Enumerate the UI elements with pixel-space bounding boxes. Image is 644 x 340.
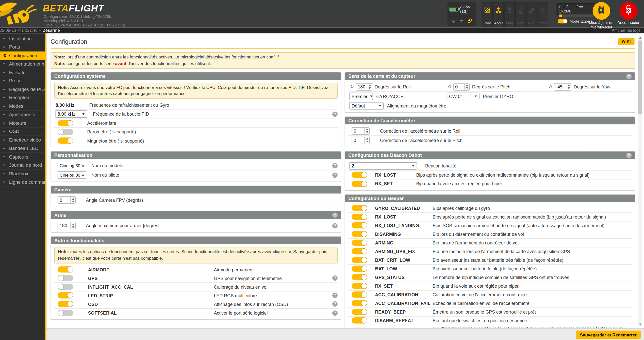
help-icon[interactable]: ?	[332, 212, 338, 218]
beeper-toggle[interactable]	[352, 266, 367, 272]
beeper-toggle[interactable]	[352, 222, 367, 228]
help-icon[interactable]: ?	[332, 223, 338, 228]
pilot-name-input[interactable]	[58, 171, 86, 179]
mag-align-select[interactable]: Défaut	[349, 102, 384, 109]
arming-angle-input[interactable]: 180	[58, 222, 76, 229]
help-icon[interactable]: ?	[332, 301, 338, 307]
disconnect-button[interactable]: Déconnecter	[616, 2, 641, 25]
spinner-arrows[interactable]	[566, 83, 571, 90]
acc-trim-roll-input[interactable]: 0	[352, 127, 370, 134]
first-gyro-select[interactable]: CW 0°	[447, 92, 480, 100]
sidebar-item[interactable]: Moteurs	[0, 119, 45, 127]
sidebar-item[interactable]: Alimentation et batterie	[0, 60, 45, 68]
pid-frequency-select[interactable]: 8.00 kHz	[55, 110, 87, 118]
beeper-toggle[interactable]	[352, 317, 367, 323]
system-toggle-row: Magnétomètre ( si supporté)	[54, 136, 338, 145]
beeper-name: ACC_CALIBRATION	[375, 292, 433, 297]
help-icon[interactable]: ?	[332, 275, 338, 281]
sidebar-item[interactable]: Installation	[0, 35, 45, 43]
beeper-toggle[interactable]	[352, 309, 367, 315]
spinner-arrows[interactable]	[364, 127, 369, 134]
arming-panel: Armé? 180 Angle maximum pour armer [degr…	[51, 211, 341, 233]
sidebar-item[interactable]: Preset	[0, 77, 45, 85]
sidebar-item[interactable]: Blackbox	[0, 169, 45, 178]
scroll-up-arrow-icon[interactable]	[638, 35, 642, 39]
cpu-chip-icon	[596, 5, 606, 17]
help-icon[interactable]: ?	[626, 152, 632, 158]
wiki-button[interactable]: WIKI	[618, 38, 635, 45]
sidebar-item-icon	[3, 121, 7, 125]
sidebar-item[interactable]: Journal de bord	[0, 161, 45, 169]
feature-toggle[interactable]	[58, 301, 73, 307]
beeper-toggle[interactable]	[352, 248, 367, 254]
sidebar-item[interactable]: Bandeau LED	[0, 144, 45, 153]
beeper-toggle[interactable]	[352, 240, 367, 246]
beeper-row: GPS_STATUS Le nombre de bip indique comb…	[348, 273, 632, 282]
help-icon[interactable]: ?	[332, 293, 338, 298]
scroll-down-arrow-icon[interactable]	[638, 322, 642, 326]
feature-toggle[interactable]	[58, 292, 73, 298]
beeper-name: RX_LOST_LANDING	[375, 223, 433, 228]
beeper-toggle[interactable]	[352, 274, 367, 280]
beeper-toggle[interactable]	[352, 214, 367, 220]
sidebar-item[interactable]: Émetteur vidéo	[0, 136, 45, 144]
sidebar-item[interactable]: Récepteur	[0, 94, 45, 102]
spinner-arrows[interactable]	[464, 83, 469, 90]
scrollbar-thumb[interactable]	[638, 40, 642, 115]
help-icon[interactable]: ?	[332, 172, 338, 178]
mag-align-row: Défaut Alignement du magnétomètre	[348, 101, 632, 110]
spinner-arrows[interactable]	[367, 83, 372, 90]
feature-toggle[interactable]	[58, 120, 73, 126]
chevron-down-icon	[412, 165, 415, 166]
beeper-row: ARMING_GPS_FIX Bip une mélodie lors de l…	[348, 247, 632, 256]
help-icon[interactable]: ?	[332, 111, 338, 117]
save-reboot-button[interactable]: Sauvegarder et Redémarrer	[576, 331, 641, 339]
feature-toggle[interactable]	[58, 266, 73, 272]
vertical-scrollbar[interactable]	[638, 35, 642, 326]
beeper-toggle[interactable]	[352, 283, 367, 289]
beacon-toggle[interactable]	[352, 172, 367, 178]
help-icon[interactable]: ?	[332, 310, 338, 316]
sidebar-item[interactable]: Capteurs	[0, 153, 45, 161]
feature-toggle[interactable]	[58, 284, 73, 290]
feature-toggle[interactable]	[58, 137, 73, 144]
sidebar-item[interactable]: Ajustements	[0, 111, 45, 119]
feature-toggle[interactable]	[58, 310, 73, 316]
roll-degrees-input[interactable]: 180	[356, 83, 372, 90]
beeper-toggle[interactable]	[352, 300, 367, 306]
sidebar-item[interactable]: OSD	[0, 127, 45, 136]
camera-angle-input[interactable]: 0	[58, 196, 76, 204]
sidebar-item[interactable]: Ports	[0, 43, 45, 51]
sidebar-item[interactable]: Configuration	[0, 52, 46, 60]
beeper-toggle[interactable]	[352, 291, 367, 298]
failsafe-parachute-icon: ☂	[459, 19, 464, 24]
expert-mode-toggle[interactable]	[558, 19, 568, 24]
spinner-arrows[interactable]	[70, 197, 75, 203]
beacon-tone-select[interactable]: 2	[349, 162, 417, 169]
pitch-degrees-input[interactable]: 0	[453, 83, 470, 90]
firmware-flasher-button[interactable]: Mise à jour du micrologiciel	[586, 2, 617, 29]
right-column: Sens de la carte et du capteur? ↻ 180 De…	[345, 72, 635, 328]
beeper-toggle[interactable]	[352, 205, 367, 211]
beeper-toggle[interactable]	[352, 231, 367, 237]
sidebar-item[interactable]: Ligne de commande (CLI)	[0, 178, 45, 187]
help-icon[interactable]: ?	[332, 163, 338, 168]
sidebar-item[interactable]: Modes	[0, 102, 45, 111]
spinner-arrows[interactable]	[364, 137, 369, 144]
sidebar-item[interactable]: Réglages de PID	[0, 85, 45, 94]
beacon-toggle[interactable]	[352, 180, 367, 187]
acc-trim-pitch-input[interactable]: 0	[352, 136, 370, 144]
feature-row: OSD Affichage des infos sur l'écran (OSD…	[54, 300, 338, 308]
feature-name: OSD	[88, 302, 214, 306]
craft-name-input[interactable]	[58, 162, 86, 169]
beeper-toggle[interactable]	[352, 257, 367, 263]
help-icon[interactable]: ?	[626, 73, 632, 79]
beeper-description: Bip avertisseur insistant sur batterie t…	[433, 257, 571, 262]
feature-toggle[interactable]	[58, 129, 73, 135]
sidebar-item[interactable]: Failsafe	[0, 68, 45, 77]
feature-toggle[interactable]	[58, 275, 73, 281]
gyro-accel-select[interactable]: Premier	[349, 92, 373, 100]
yaw-degrees-input[interactable]: -45	[554, 83, 571, 90]
sidebar-nav: Installation Ports Configuration Aliment…	[0, 33, 46, 340]
spinner-arrows[interactable]	[70, 222, 75, 229]
